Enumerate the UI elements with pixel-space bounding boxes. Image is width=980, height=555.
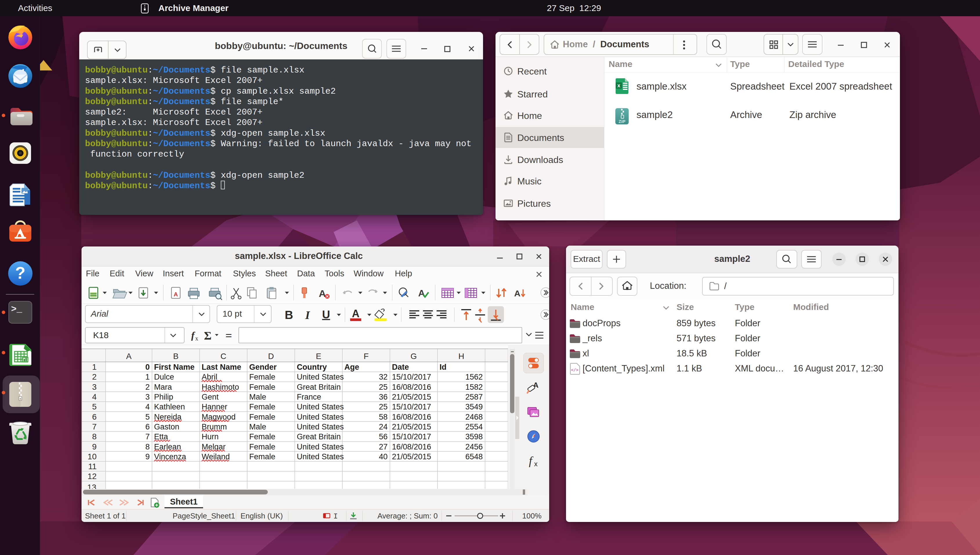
svg-text:A: A [319,288,326,299]
svg-text:Kathleen: Kathleen [154,403,185,411]
svg-text:6: 6 [92,412,96,421]
svg-text:Great Britain: Great Britain [297,432,341,441]
svg-text:A: A [352,308,360,319]
svg-text:16/08/2016: 16/08/2016 [392,412,431,421]
svg-text:=: = [225,329,232,342]
svg-text:Mara: Mara [154,383,172,391]
svg-text:x: x [617,83,620,88]
svg-text:United States: United States [297,443,344,451]
svg-text:Great Britain: Great Britain [297,383,341,391]
svg-text:United States: United States [297,373,344,381]
svg-text:I: I [305,308,310,322]
svg-text:B: B [285,308,293,321]
svg-text:Age: Age [344,363,359,371]
svg-text:A: A [418,288,425,298]
svg-text:Male: Male [249,422,266,431]
svg-text:Hurn: Hurn [202,432,219,441]
svg-text:25: 25 [379,403,387,411]
svg-text:Country: Country [297,363,327,371]
svg-text:Female: Female [249,383,275,391]
svg-text:Female: Female [249,412,275,421]
svg-text:France: France [297,393,321,401]
svg-text:Id: Id [440,363,447,371]
svg-text:U: U [322,308,330,321]
svg-text:Last Name: Last Name [202,363,241,371]
svg-text:ZiP: ZiP [619,119,625,124]
svg-text:56: 56 [379,432,387,441]
svg-text:2: 2 [92,372,96,381]
svg-text:8: 8 [92,432,96,441]
svg-text:3549: 3549 [465,403,483,411]
svg-text:United States: United States [297,412,344,421]
svg-text:12: 12 [88,472,96,481]
svg-text:15/10/2017: 15/10/2017 [392,403,431,411]
svg-text:5: 5 [145,412,150,421]
svg-text:3: 3 [92,382,96,391]
svg-text:9: 9 [92,442,96,451]
svg-text:f: f [529,454,533,467]
svg-text:Dulce: Dulce [154,373,174,381]
svg-text:10: 10 [88,452,96,461]
svg-text:21/05/2015: 21/05/2015 [392,393,431,401]
svg-text:x: x [534,460,538,468]
svg-text:1: 1 [145,373,150,381]
svg-text:Gaston: Gaston [154,422,179,431]
svg-text:E: E [316,352,321,361]
svg-text:3598: 3598 [465,432,483,441]
svg-text:1582: 1582 [465,383,483,391]
svg-text:21/05/2015: 21/05/2015 [392,422,431,431]
svg-text:11: 11 [88,462,96,471]
svg-text:3: 3 [145,393,150,401]
svg-text:G: G [411,352,417,361]
svg-text:6548: 6548 [465,452,483,461]
svg-text:Σ: Σ [204,329,212,342]
svg-text:Female: Female [249,432,275,441]
svg-text:2554: 2554 [465,422,483,431]
svg-text:Magwood: Magwood [202,412,236,421]
svg-text:United States: United States [297,403,344,411]
svg-text:40: 40 [379,452,387,461]
svg-text:32: 32 [379,373,387,381]
svg-text:58: 58 [379,412,387,421]
svg-text:United States: United States [297,452,344,461]
svg-text:2: 2 [145,383,150,391]
svg-text:36: 36 [379,393,387,401]
svg-text:Melgar: Melgar [202,443,226,451]
svg-text:Philip: Philip [154,393,173,401]
svg-text:13: 13 [87,483,96,489]
svg-text:Gent: Gent [202,393,219,401]
svg-text:?: ? [15,263,25,282]
svg-text:7: 7 [145,432,150,441]
svg-text:27: 27 [379,443,387,451]
svg-text:I: I [333,512,338,520]
svg-text:15/10/2017: 15/10/2017 [392,373,431,381]
svg-text:</>: </> [571,368,578,373]
svg-text:f: f [191,330,196,341]
svg-text:Female: Female [249,452,275,461]
svg-text:1: 1 [92,363,96,371]
svg-text:Brumm: Brumm [202,422,227,431]
svg-text:6: 6 [145,422,150,431]
svg-text:C: C [220,352,226,361]
svg-text:A: A [126,352,132,361]
svg-text:F: F [363,352,368,361]
svg-text:Date: Date [392,363,409,371]
svg-text:United States: United States [297,422,344,431]
svg-text:x: x [195,335,198,342]
svg-text:B: B [173,352,179,361]
svg-text:2456: 2456 [465,443,483,451]
svg-text:15/10/2017: 15/10/2017 [392,432,431,441]
svg-text:A: A [174,291,178,297]
svg-text:4: 4 [145,403,150,411]
svg-text:9: 9 [145,452,150,461]
svg-text:Male: Male [249,393,266,401]
svg-text:First Name: First Name [154,363,195,371]
svg-text:A: A [514,289,521,298]
svg-text:Female: Female [249,373,275,381]
svg-text:Gender: Gender [249,363,277,371]
svg-text:H: H [458,352,464,361]
svg-text:5: 5 [92,402,96,411]
svg-text:16/08/2016: 16/08/2016 [392,443,431,451]
svg-text:2468: 2468 [465,412,483,421]
svg-text:Female: Female [249,403,275,411]
